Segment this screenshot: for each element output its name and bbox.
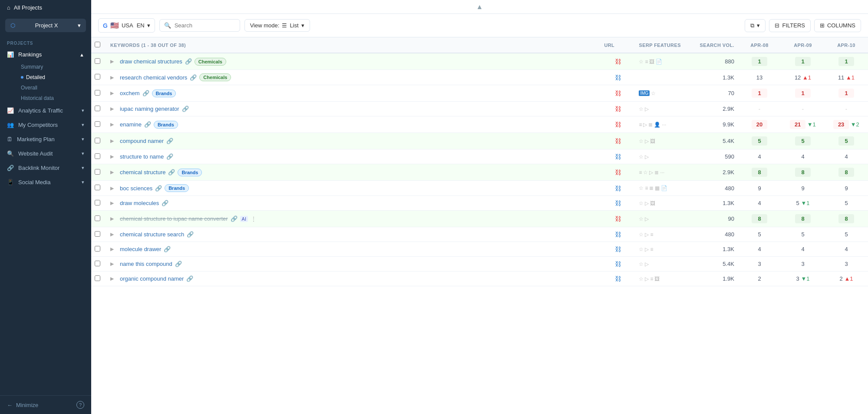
row-checkbox[interactable] [95, 153, 100, 159]
keyword-text[interactable]: draw chemical structures [120, 58, 182, 65]
keyword-link-icon[interactable]: 🔗 [187, 231, 194, 238]
collapse-button[interactable]: ▲ [476, 3, 483, 11]
copy-button[interactable]: ⧉ ▾ [745, 19, 766, 32]
url-link-icon[interactable]: ⛓ [615, 153, 621, 160]
sidebar-item-social[interactable]: 📱 Social Media ▾ [0, 175, 91, 189]
keyword-link-icon[interactable]: 🔗 [164, 246, 171, 252]
sidebar-item-rankings[interactable]: 📊 Rankings ▲ [0, 47, 91, 62]
columns-button[interactable]: ⊞ COLUMNS [814, 19, 861, 32]
keyword-text[interactable]: organic compound namer [120, 275, 184, 282]
expand-icon[interactable]: ▶ [110, 246, 117, 252]
subnav-summary[interactable]: Summary [14, 62, 91, 72]
row-checkbox[interactable] [95, 185, 100, 190]
sidebar-item-competitors[interactable]: 👥 My Competitors ▾ [0, 118, 91, 132]
help-icon[interactable]: ? [76, 401, 84, 409]
url-link-icon[interactable]: ⛓ [615, 137, 621, 145]
keyword-link-icon[interactable]: 🔗 [155, 185, 162, 192]
row-checkbox[interactable] [95, 231, 100, 237]
filters-button[interactable]: ⊟ FILTERS [769, 19, 811, 32]
keyword-link-icon[interactable]: 🔗 [190, 74, 197, 81]
expand-icon[interactable]: ▶ [110, 59, 117, 64]
url-link-icon[interactable]: ⛓ [615, 121, 621, 128]
country-selector[interactable]: G 🇺🇸 USA EN ▾ [98, 18, 155, 33]
keyword-text[interactable]: chemical structure search [120, 231, 184, 238]
expand-icon[interactable]: ▶ [110, 90, 117, 96]
expand-icon[interactable]: ▶ [110, 216, 117, 222]
url-link-icon[interactable]: ⛓ [615, 58, 621, 65]
expand-icon[interactable]: ▶ [110, 138, 117, 144]
keyword-text[interactable]: research chemical vendors [120, 74, 187, 81]
view-mode-button[interactable]: View mode: ☰ List ▾ [244, 19, 310, 32]
url-link-icon[interactable]: ⛓ [615, 169, 621, 176]
keyword-text[interactable]: enamine [120, 121, 142, 128]
expand-icon[interactable]: ▶ [110, 261, 117, 267]
keyword-text[interactable]: name this compound [120, 261, 172, 267]
keyword-text[interactable]: compound namer [120, 138, 164, 144]
expand-icon[interactable]: ▶ [110, 169, 117, 175]
row-checkbox[interactable] [95, 200, 100, 205]
subnav-overall[interactable]: Overall [14, 83, 91, 93]
keyword-text[interactable]: structure to name [120, 153, 164, 160]
more-options-icon[interactable]: ⋮ [251, 215, 257, 222]
row-checkbox[interactable] [95, 74, 100, 79]
keyword-link-icon[interactable]: 🔗 [186, 275, 193, 282]
expand-icon[interactable]: ▶ [110, 106, 117, 112]
row-checkbox[interactable] [95, 261, 100, 266]
expand-icon[interactable]: ▶ [110, 276, 117, 282]
search-input[interactable] [175, 22, 235, 29]
keyword-text[interactable]: draw molecules [120, 200, 159, 206]
url-link-icon[interactable]: ⛓ [615, 74, 621, 81]
keyword-text[interactable]: oxchem [120, 90, 140, 96]
subnav-historical[interactable]: Historical data [14, 93, 91, 103]
expand-icon[interactable]: ▶ [110, 200, 117, 206]
url-link-icon[interactable]: ⛓ [615, 260, 621, 268]
select-all-checkbox[interactable] [95, 42, 100, 47]
row-checkbox[interactable] [95, 58, 100, 64]
keyword-link-icon[interactable]: 🔗 [166, 138, 173, 144]
url-link-icon[interactable]: ⛓ [615, 199, 621, 207]
sidebar-item-audit[interactable]: 🔍 Website Audit ▾ [0, 146, 91, 161]
url-link-icon[interactable]: ⛓ [615, 105, 621, 113]
expand-icon[interactable]: ▶ [110, 185, 117, 191]
minimize-button[interactable]: ← Minimize ? [0, 395, 91, 414]
subnav-detailed[interactable]: Detailed [14, 72, 91, 83]
sidebar-item-marketing[interactable]: 🗓 Marketing Plan ▾ [0, 132, 91, 146]
expand-icon[interactable]: ▶ [110, 75, 117, 80]
sidebar-item-analytics[interactable]: 📈 Analytics & Traffic ▾ [0, 103, 91, 118]
url-link-icon[interactable]: ⛓ [615, 275, 621, 282]
row-checkbox[interactable] [95, 106, 100, 111]
expand-icon[interactable]: ▶ [110, 154, 117, 159]
keyword-text[interactable]: chemical structure to iupac name convert… [120, 215, 228, 222]
project-selector[interactable]: ⬡ Project X ▾ [5, 19, 86, 32]
url-link-icon[interactable]: ⛓ [615, 185, 621, 192]
row-checkbox[interactable] [95, 246, 100, 252]
row-checkbox[interactable] [95, 215, 100, 221]
keyword-link-icon[interactable]: 🔗 [185, 58, 192, 65]
keyword-link-icon[interactable]: 🔗 [175, 261, 182, 267]
sidebar-item-backlink[interactable]: 🔗 Backlink Monitor ▾ [0, 161, 91, 175]
all-projects-link[interactable]: ⌂ All Projects [0, 0, 91, 15]
url-link-icon[interactable]: ⛓ [615, 245, 621, 253]
keyword-link-icon[interactable]: 🔗 [162, 200, 168, 206]
keyword-text[interactable]: molecule drawer [120, 246, 161, 252]
row-checkbox[interactable] [95, 90, 100, 96]
keyword-link-icon[interactable]: 🔗 [144, 121, 151, 128]
search-box[interactable]: 🔍 [159, 19, 240, 32]
keyword-text[interactable]: iupac naming generator [120, 106, 179, 112]
keyword-text[interactable]: chemical structure [120, 169, 165, 176]
keyword-link-icon[interactable]: 🔗 [142, 90, 149, 96]
url-link-icon[interactable]: ⛓ [615, 89, 621, 97]
url-link-icon[interactable]: ⛓ [615, 215, 621, 222]
row-checkbox[interactable] [95, 169, 100, 175]
keyword-link-icon[interactable]: 🔗 [168, 169, 175, 176]
row-checkbox[interactable] [95, 275, 100, 281]
expand-icon[interactable]: ▶ [110, 232, 117, 237]
keyword-link-icon[interactable]: 🔗 [182, 106, 189, 112]
url-link-icon[interactable]: ⛓ [615, 231, 621, 238]
keyword-link-icon[interactable]: 🔗 [166, 153, 173, 160]
row-checkbox[interactable] [95, 121, 100, 127]
row-checkbox[interactable] [95, 138, 100, 143]
keyword-text[interactable]: boc sciences [120, 185, 152, 192]
keyword-link-icon[interactable]: 🔗 [231, 215, 238, 222]
expand-icon[interactable]: ▶ [110, 122, 117, 127]
